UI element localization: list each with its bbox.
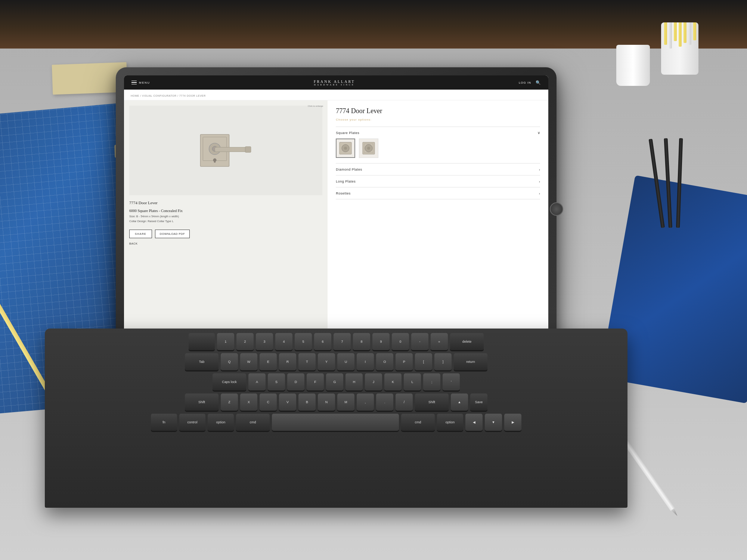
key-row-qwerty: Tab Q W E R T Y U I O P [ ] return xyxy=(52,353,620,370)
diamond-plates-chevron: › xyxy=(539,167,540,171)
key-d[interactable]: D xyxy=(287,373,304,391)
key-p[interactable]: P xyxy=(396,353,413,370)
key-slash[interactable]: / xyxy=(396,393,413,411)
key-n[interactable]: N xyxy=(318,393,335,411)
logo-sub: HARDWARE SINCE xyxy=(314,84,355,86)
key-l[interactable]: L xyxy=(404,373,421,391)
key-j[interactable]: J xyxy=(365,373,382,391)
rosettes-title: Rosettes xyxy=(336,192,351,195)
long-plates-section[interactable]: Long Plates › xyxy=(336,175,540,187)
key-k[interactable]: K xyxy=(384,373,402,391)
long-plates-title: Long Plates xyxy=(336,180,356,183)
key-arrow-right[interactable]: ▶ xyxy=(504,414,521,431)
shelf-area xyxy=(0,0,747,49)
key-g[interactable]: G xyxy=(326,373,343,391)
key-h[interactable]: H xyxy=(345,373,363,391)
key-q[interactable]: Q xyxy=(221,353,238,370)
share-button[interactable]: SHARE xyxy=(129,230,152,238)
key-semicolon[interactable]: ; xyxy=(423,373,440,391)
key-row-bottom: fn control option cmd cmd option ◀ ▼ ▶ xyxy=(52,414,620,431)
key-comma[interactable]: , xyxy=(357,393,374,411)
key-quote[interactable]: ' xyxy=(443,373,460,391)
key-i[interactable]: I xyxy=(357,353,374,370)
download-pdf-button[interactable]: DOWNLOAD PDF xyxy=(155,230,190,238)
key-u[interactable]: U xyxy=(337,353,354,370)
key-delete[interactable]: delete xyxy=(450,333,484,350)
plate-thumb-2[interactable] xyxy=(359,139,378,158)
key-f[interactable]: F xyxy=(307,373,324,391)
square-plates-header[interactable]: Square Plates ∨ xyxy=(336,127,540,139)
key-8[interactable]: 8 xyxy=(353,333,370,350)
key-tab-num[interactable] xyxy=(189,333,215,350)
back-link[interactable]: BACK xyxy=(129,242,137,245)
key-cmd-right[interactable]: cmd xyxy=(401,414,435,431)
key-arrow-up[interactable]: ▲ xyxy=(451,393,468,411)
key-shift-right[interactable]: Shift xyxy=(415,393,449,411)
key-v[interactable]: V xyxy=(279,393,296,411)
pencil-6 xyxy=(688,22,691,45)
key-arrow-left[interactable]: ◀ xyxy=(465,414,483,431)
product-image[interactable] xyxy=(129,106,322,195)
door-lever-illustration xyxy=(181,121,271,180)
pencil-2 xyxy=(669,22,672,49)
key-bracket-right[interactable]: ] xyxy=(434,353,452,370)
pencil-4 xyxy=(679,22,682,47)
action-buttons: SHARE DOWNLOAD PDF xyxy=(129,230,190,238)
key-1[interactable]: 1 xyxy=(217,333,234,350)
key-c[interactable]: C xyxy=(260,393,277,411)
long-plates-chevron: › xyxy=(539,179,540,183)
key-option-right[interactable]: option xyxy=(437,414,463,431)
key-save[interactable]: Save xyxy=(470,393,487,411)
key-y[interactable]: Y xyxy=(318,353,335,370)
key-a[interactable]: A xyxy=(248,373,266,391)
key-4[interactable]: 4 xyxy=(275,333,292,350)
key-x[interactable]: X xyxy=(240,393,257,411)
svg-point-14 xyxy=(367,147,370,150)
ipad-frame: MENU FRANK ALLART HARDWARE SINCE LOG IN … xyxy=(116,67,557,351)
key-2[interactable]: 2 xyxy=(236,333,254,350)
key-row-zxcv: Shift Z X C V B N M , . / Shift ▲ Save xyxy=(52,393,620,411)
key-period[interactable]: . xyxy=(376,393,393,411)
key-shift-left[interactable]: Shift xyxy=(185,393,218,411)
diamond-plates-title: Diamond Plates xyxy=(336,168,362,171)
key-return-top[interactable]: return xyxy=(454,353,487,370)
pen-1 xyxy=(649,139,665,228)
click-enlarge-label[interactable]: Click to enlarge xyxy=(308,105,323,107)
key-equals[interactable]: = xyxy=(431,333,448,350)
key-space[interactable] xyxy=(272,414,399,431)
key-minus[interactable]: - xyxy=(411,333,428,350)
key-6[interactable]: 6 xyxy=(314,333,331,350)
key-0[interactable]: 0 xyxy=(392,333,409,350)
diamond-plates-section[interactable]: Diamond Plates › xyxy=(336,163,540,175)
menu-button[interactable]: MENU xyxy=(131,81,150,85)
key-capslock[interactable]: Caps lock xyxy=(213,373,246,391)
key-tab[interactable]: Tab xyxy=(185,353,218,370)
home-button[interactable] xyxy=(550,202,563,216)
key-control[interactable]: control xyxy=(179,414,205,431)
key-s[interactable]: S xyxy=(268,373,285,391)
key-w[interactable]: W xyxy=(240,353,257,370)
pens-area xyxy=(650,138,725,243)
pen-3 xyxy=(676,138,683,228)
key-m[interactable]: M xyxy=(337,393,354,411)
rosettes-section[interactable]: Rosettes › xyxy=(336,187,540,199)
key-o[interactable]: O xyxy=(376,353,393,370)
key-7[interactable]: 7 xyxy=(334,333,351,350)
key-b[interactable]: B xyxy=(298,393,316,411)
key-3[interactable]: 3 xyxy=(256,333,273,350)
key-bracket-left[interactable]: [ xyxy=(415,353,432,370)
key-9[interactable]: 9 xyxy=(372,333,390,350)
key-r[interactable]: R xyxy=(279,353,296,370)
key-fn[interactable]: fn xyxy=(151,414,177,431)
key-e[interactable]: E xyxy=(260,353,277,370)
key-arrow-down[interactable]: ▼ xyxy=(485,414,502,431)
key-t[interactable]: T xyxy=(298,353,316,370)
key-5[interactable]: 5 xyxy=(295,333,312,350)
svg-rect-5 xyxy=(245,147,251,152)
key-option-left[interactable]: option xyxy=(208,414,234,431)
login-button[interactable]: LOG IN xyxy=(519,81,531,84)
plate-thumb-1[interactable] xyxy=(336,139,355,158)
key-z[interactable]: Z xyxy=(221,393,238,411)
search-icon[interactable]: 🔍 xyxy=(536,80,541,85)
key-cmd-left[interactable]: cmd xyxy=(236,414,270,431)
